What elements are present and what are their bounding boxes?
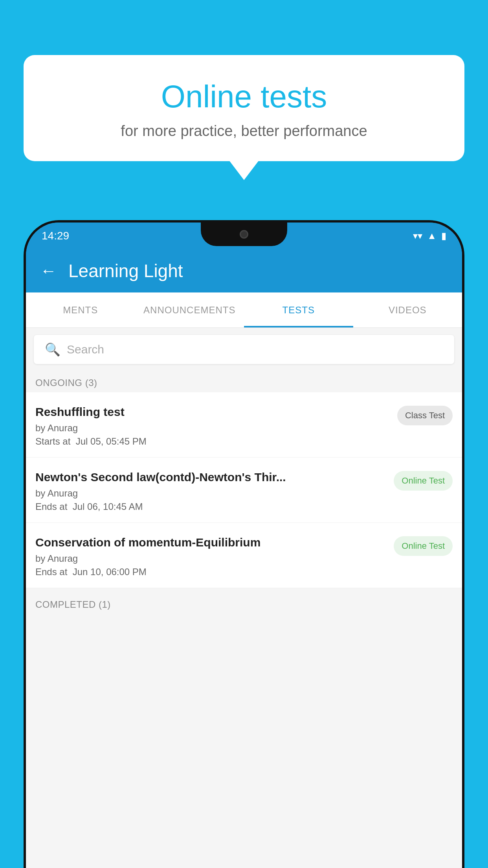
search-placeholder: Search <box>67 343 104 356</box>
phone-screen: 14:29 ▾▾ ▲ ▮ ← Learning Light MENTS ANNO… <box>26 223 462 868</box>
test-item-reshuffling[interactable]: Reshuffling test by Anurag Starts at Jul… <box>26 392 462 458</box>
signal-icon: ▲ <box>427 230 437 241</box>
test-name-reshuffling: Reshuffling test <box>35 404 391 419</box>
test-badge-conservation: Online Test <box>394 536 453 556</box>
ongoing-section-header: ONGOING (3) <box>26 371 462 392</box>
test-date-conservation: Ends at Jun 10, 06:00 PM <box>35 566 387 577</box>
bubble-subtitle: for more practice, better performance <box>43 123 445 140</box>
camera <box>240 230 248 239</box>
status-time: 14:29 <box>42 230 69 242</box>
bubble-title: Online tests <box>43 79 445 115</box>
test-item-newton[interactable]: Newton's Second law(contd)-Newton's Thir… <box>26 458 462 523</box>
wifi-icon: ▾▾ <box>413 230 422 241</box>
back-button[interactable]: ← <box>40 261 57 280</box>
search-bar[interactable]: 🔍 Search <box>34 335 454 364</box>
tab-tests[interactable]: TESTS <box>244 292 353 327</box>
tab-bar: MENTS ANNOUNCEMENTS TESTS VIDEOS <box>26 292 462 328</box>
test-badge-newton: Online Test <box>394 471 453 491</box>
tab-videos[interactable]: VIDEOS <box>353 292 462 327</box>
test-badge-reshuffling: Class Test <box>397 406 453 425</box>
test-item-conservation[interactable]: Conservation of momentum-Equilibrium by … <box>26 523 462 588</box>
tab-announcements[interactable]: ANNOUNCEMENTS <box>135 292 244 327</box>
test-list: Reshuffling test by Anurag Starts at Jul… <box>26 392 462 588</box>
promo-section: Online tests for more practice, better p… <box>24 55 464 161</box>
test-date-newton: Ends at Jul 06, 10:45 AM <box>35 501 387 512</box>
test-info-conservation: Conservation of momentum-Equilibrium by … <box>35 535 394 577</box>
speech-bubble: Online tests for more practice, better p… <box>24 55 464 161</box>
content-area: 🔍 Search ONGOING (3) Reshuffling test by… <box>26 328 462 868</box>
app-bar: ← Learning Light <box>26 249 462 292</box>
test-info-newton: Newton's Second law(contd)-Newton's Thir… <box>35 469 394 512</box>
battery-icon: ▮ <box>441 230 446 241</box>
test-info-reshuffling: Reshuffling test by Anurag Starts at Jul… <box>35 404 397 447</box>
phone-notch <box>201 223 287 246</box>
test-author-newton: by Anurag <box>35 488 387 499</box>
tab-ments[interactable]: MENTS <box>26 292 135 327</box>
completed-section-header: COMPLETED (1) <box>26 593 462 614</box>
search-icon: 🔍 <box>45 342 61 357</box>
phone-frame: 14:29 ▾▾ ▲ ▮ ← Learning Light MENTS ANNO… <box>24 220 464 868</box>
app-title: Learning Light <box>68 260 183 281</box>
test-name-conservation: Conservation of momentum-Equilibrium <box>35 535 387 550</box>
test-author-conservation: by Anurag <box>35 553 387 564</box>
status-icons: ▾▾ ▲ ▮ <box>413 230 446 241</box>
test-date-reshuffling: Starts at Jul 05, 05:45 PM <box>35 436 391 447</box>
test-name-newton: Newton's Second law(contd)-Newton's Thir… <box>35 469 387 485</box>
test-author-reshuffling: by Anurag <box>35 423 391 434</box>
